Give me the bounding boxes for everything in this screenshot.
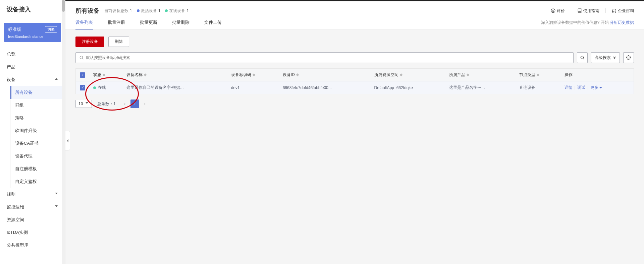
th-product[interactable]: 所属产品 [445, 69, 515, 81]
sidebar-title: 设备接入 [7, 5, 58, 13]
sort-icon [253, 73, 255, 76]
double-chevron-down-icon [613, 56, 616, 59]
smile-icon [551, 8, 555, 13]
cell-actions: 详情| 调试| 更多 [560, 81, 634, 94]
headset-icon [612, 8, 616, 13]
content: 注册设备 删除 高级搜索 [65, 30, 644, 115]
sidebar-header: 设备接入 [0, 0, 65, 19]
svg-point-1 [552, 10, 553, 10]
dot-blue-icon [137, 9, 140, 12]
nav-group[interactable]: 群组 [10, 99, 65, 112]
analyze-link[interactable]: 分析历史数据 [610, 20, 634, 25]
tab-batch-delete[interactable]: 批量删除 [172, 19, 190, 29]
tabs: 设备列表 批量注册 批量更新 批量删除 文件上传 [75, 19, 222, 29]
stat-online: 在线设备 1 [165, 8, 189, 14]
table-row[interactable]: 在线 这里是你自己的设备名字-根据... dev1 6668fefc7dbfd4… [76, 81, 634, 94]
dot-green-icon [165, 9, 168, 12]
nav-custom-auth[interactable]: 自定义鉴权 [10, 175, 65, 188]
divider [605, 8, 606, 13]
cell-product: 这里是产品名字---... [445, 81, 515, 94]
sort-icon [400, 73, 402, 76]
filter-button[interactable] [577, 52, 588, 63]
search-box[interactable] [75, 52, 574, 63]
nav-resource-space[interactable]: 资源空间 [0, 213, 65, 226]
svg-point-7 [628, 57, 629, 58]
table-header-row: 状态 设备名称 设备标识码 设备ID 所属资源空间 所属产品 节点类型 操作 [76, 69, 634, 81]
register-device-button[interactable]: 注册设备 [75, 37, 104, 47]
nav-rule[interactable]: 规则 [0, 188, 65, 201]
chevron-down-icon [86, 102, 89, 106]
nav-device-proxy[interactable]: 设备代理 [10, 150, 65, 162]
chevron-down-icon [599, 87, 602, 88]
th-nodetype[interactable]: 节点类型 [515, 69, 560, 81]
th-name[interactable]: 设备名称 [122, 69, 227, 81]
tab-batch-update[interactable]: 批量更新 [140, 19, 157, 29]
divider [571, 8, 571, 13]
nav-overview[interactable]: 总览 [0, 48, 65, 61]
nav-ca-cert[interactable]: 设备CA证书 [10, 137, 65, 150]
consult-link[interactable]: 企业咨询 [612, 8, 634, 14]
page-number[interactable]: 1 [130, 100, 139, 108]
rate-link[interactable]: 评价 [551, 8, 565, 14]
gear-icon [626, 55, 631, 60]
nav: 总览 产品 设备 所有设备 群组 策略 软固件升级 设备CA证书 设备代理 自注… [0, 46, 65, 254]
tab-batch-register[interactable]: 批量注册 [108, 19, 125, 29]
search-input[interactable] [86, 55, 570, 60]
advanced-search-button[interactable]: 高级搜索 [591, 52, 620, 63]
stat-total: 当前设备总数 1 [104, 8, 132, 14]
delete-button[interactable]: 删除 [108, 37, 129, 47]
th-code[interactable]: 设备标识码 [227, 69, 279, 81]
stat-active: 激活设备 1 [137, 8, 161, 14]
nav-iotda-instance[interactable]: IoTDA实例 [0, 226, 65, 239]
header-bar: 所有设备 当前设备总数 1 激活设备 1 在线设备 1 [65, 0, 644, 30]
sort-icon [467, 73, 469, 76]
sidebar-scrollbar-thumb[interactable] [62, 0, 65, 12]
instance-name: 标准版 [8, 26, 21, 32]
svg-line-4 [83, 59, 84, 60]
debug-link[interactable]: 调试 [577, 85, 585, 90]
th-id[interactable]: 设备ID [279, 69, 370, 81]
svg-point-3 [80, 56, 83, 59]
th-space[interactable]: 所属资源空间 [370, 69, 445, 81]
nav-product[interactable]: 产品 [0, 61, 65, 73]
status-cell: 在线 [93, 85, 106, 90]
cell-code: dev1 [227, 81, 279, 94]
settings-button[interactable] [623, 52, 634, 63]
main: 所有设备 当前设备总数 1 激活设备 1 在线设备 1 [65, 0, 644, 264]
sidebar-scrollbar[interactable] [62, 0, 65, 264]
nav-device[interactable]: 设备 [0, 73, 65, 86]
nav-self-register[interactable]: 自注册模板 [10, 162, 65, 175]
nav-all-devices[interactable]: 所有设备 [10, 86, 65, 99]
nav-firmware[interactable]: 软固件升级 [10, 124, 65, 137]
sidebar-collapse-handle[interactable] [65, 131, 70, 151]
tab-file-upload[interactable]: 文件上传 [204, 19, 222, 29]
nav-policy[interactable]: 策略 [10, 112, 65, 124]
pagesize-select[interactable]: 10 [75, 100, 92, 108]
guide-link[interactable]: 使用指南 [577, 8, 599, 14]
prev-page-button[interactable]: ‹ [121, 100, 128, 108]
detail-link[interactable]: 详情 [565, 85, 573, 90]
search-icon [79, 55, 84, 60]
sort-icon [537, 73, 539, 76]
instance-switch-button[interactable]: 切换 [45, 26, 57, 32]
row-checkbox[interactable] [80, 85, 85, 90]
pagination: 10 总条数：1 ‹ 1 › [75, 100, 634, 108]
instance-card[interactable]: 标准版 切换 freeStandardInstance [4, 23, 61, 42]
status-dot-icon [93, 86, 96, 89]
device-table: 状态 设备名称 设备标识码 设备ID 所属资源空间 所属产品 节点类型 操作 在… [75, 68, 634, 94]
th-status[interactable]: 状态 [89, 69, 122, 81]
cell-name: 这里是你自己的设备名字-根据... [122, 81, 227, 94]
tab-device-list[interactable]: 设备列表 [75, 19, 93, 29]
nav-monitor[interactable]: 监控运维 [0, 201, 65, 213]
more-dropdown[interactable]: 更多 [590, 85, 602, 90]
svg-point-0 [551, 9, 555, 13]
select-all-checkbox[interactable] [80, 72, 85, 78]
svg-line-6 [583, 59, 584, 60]
hint: 深入洞察设备数据中的价值信息? 开始 分析历史数据 [541, 20, 634, 29]
next-page-button[interactable]: › [141, 100, 149, 108]
chevron-down-icon [55, 205, 58, 209]
svg-point-5 [581, 56, 583, 59]
nav-public-model[interactable]: 公共模型库 [0, 239, 65, 252]
cell-nodetype: 直连设备 [515, 81, 560, 94]
sort-icon [144, 73, 147, 76]
